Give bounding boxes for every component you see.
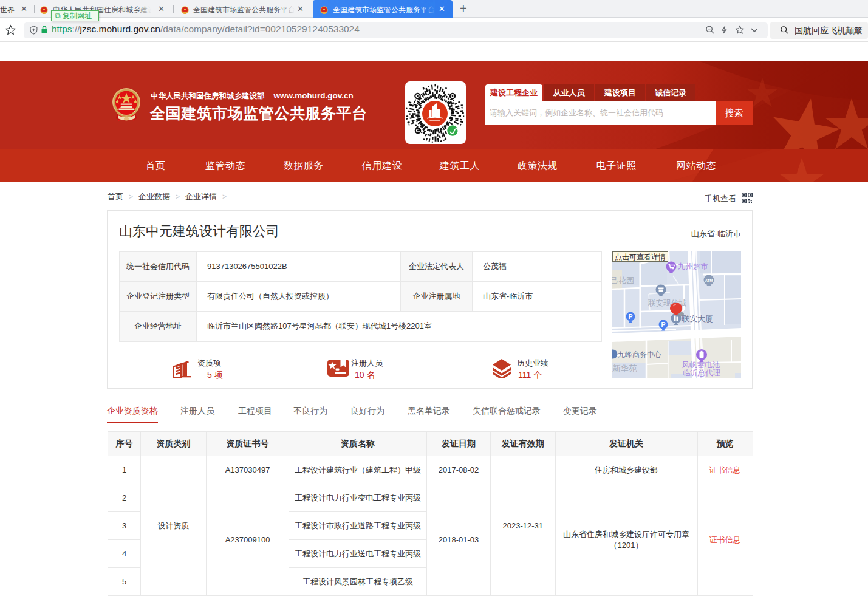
svg-text:ATM: ATM	[705, 279, 713, 282]
svg-text:己花园: 己花园	[612, 276, 634, 285]
svg-text:P: P	[628, 313, 632, 320]
svg-text:新华苑: 新华苑	[612, 364, 637, 373]
svg-text:九峰商务中心: 九峰商务中心	[618, 350, 661, 359]
svg-text:风帆蓄电池: 风帆蓄电池	[682, 361, 720, 369]
svg-text:P: P	[661, 321, 665, 328]
svg-text:联安大厦: 联安大厦	[681, 314, 713, 323]
svg-text:九州超市: 九州超市	[678, 262, 708, 271]
svg-text:临沂总代理: 临沂总代理	[683, 369, 721, 377]
